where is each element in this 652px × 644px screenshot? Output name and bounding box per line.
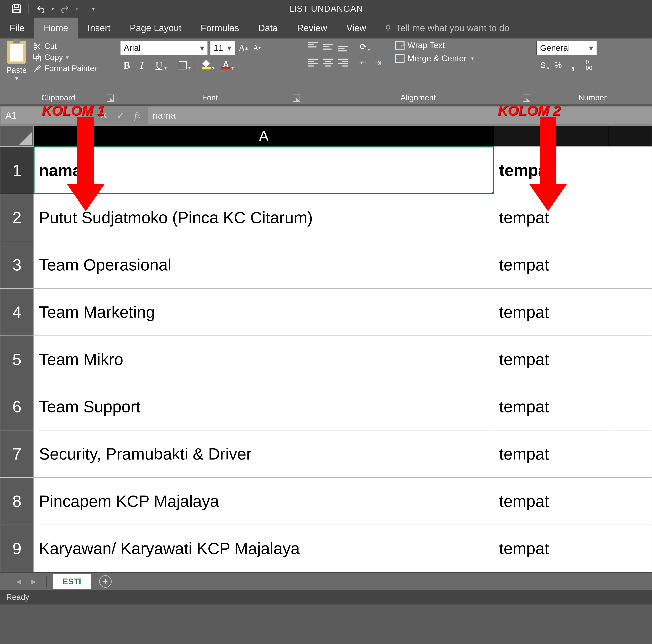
cell[interactable]: Putut Sudjatmoko (Pinca KC Citarum) — [34, 194, 494, 241]
italic-button[interactable]: I — [135, 59, 148, 72]
row-header[interactable]: 4 — [0, 289, 34, 336]
cell[interactable]: tempat — [494, 525, 609, 572]
name-box-dropdown-icon[interactable]: ⁞▾ — [85, 107, 96, 124]
border-button[interactable] — [174, 59, 192, 72]
cell[interactable] — [609, 383, 652, 430]
cell[interactable]: tempat — [494, 146, 609, 194]
save-icon[interactable] — [11, 4, 22, 14]
cell[interactable]: tempat — [494, 430, 609, 478]
tab-home[interactable]: Home — [34, 18, 78, 38]
paste-button[interactable]: Paste ▾ — [3, 41, 30, 82]
formula-input[interactable]: nama — [148, 107, 652, 124]
cell[interactable]: tempat — [494, 289, 609, 336]
align-left-icon[interactable] — [306, 56, 320, 69]
underline-button[interactable]: U — [150, 59, 168, 72]
align-middle-icon[interactable] — [321, 41, 335, 53]
cell[interactable] — [609, 525, 652, 572]
align-top-icon[interactable] — [306, 41, 320, 53]
chevron-down-icon[interactable]: ▾ — [471, 55, 474, 62]
row-header[interactable]: 2 — [0, 194, 34, 241]
cell[interactable] — [609, 241, 652, 289]
cell[interactable]: Pincapem KCP Majalaya — [34, 478, 494, 525]
align-bottom-icon[interactable] — [336, 41, 350, 53]
redo-dropdown-icon[interactable]: ▾ — [76, 6, 78, 12]
column-header-c[interactable] — [609, 126, 652, 146]
cell[interactable]: nama — [34, 146, 494, 194]
increase-decimal-icon[interactable]: .0.00 — [581, 59, 595, 71]
select-all-corner[interactable] — [0, 126, 34, 146]
increase-font-icon[interactable]: A▴ — [237, 42, 249, 54]
row-header[interactable]: 8 — [0, 478, 34, 525]
row-header[interactable]: 7 — [0, 430, 34, 478]
cell[interactable]: Team Operasional — [34, 241, 494, 289]
cell[interactable]: Team Marketing — [34, 289, 494, 336]
cell[interactable] — [609, 478, 652, 525]
comma-format-icon[interactable]: , — [566, 59, 580, 71]
cell[interactable]: Team Mikro — [34, 336, 494, 383]
tab-data[interactable]: Data — [249, 18, 288, 38]
cell[interactable]: tempat — [494, 241, 609, 289]
font-size-combo[interactable]: 11▾ — [210, 41, 235, 55]
number-format-combo[interactable]: General▾ — [536, 41, 597, 55]
percent-format-icon[interactable]: % — [551, 59, 565, 71]
cell[interactable]: tempat — [494, 478, 609, 525]
merge-center-button[interactable]: Merge & Center ▾ — [395, 54, 474, 63]
tab-page-layout[interactable]: Page Layout — [120, 18, 191, 38]
tab-formulas[interactable]: Formulas — [191, 18, 248, 38]
alignment-dialog-launcher-icon[interactable] — [523, 95, 530, 102]
name-box[interactable]: A1 — [1, 107, 85, 124]
fill-color-button[interactable] — [198, 59, 215, 72]
font-dialog-launcher-icon[interactable] — [293, 95, 300, 102]
cell[interactable] — [609, 146, 652, 194]
redo-icon[interactable] — [60, 4, 70, 14]
cell[interactable] — [609, 194, 652, 241]
accounting-format-icon[interactable]: $▾ — [536, 59, 550, 71]
align-right-icon[interactable] — [336, 56, 350, 69]
orientation-button[interactable]: ⟳ — [356, 41, 371, 53]
font-color-button[interactable]: A — [217, 59, 235, 72]
sheet-nav-next-icon[interactable]: ► — [27, 577, 40, 586]
column-header-b[interactable]: B — [494, 126, 609, 146]
row-header[interactable]: 1 — [0, 146, 34, 194]
tab-view[interactable]: View — [337, 18, 376, 38]
tab-insert[interactable]: Insert — [78, 18, 120, 38]
decrease-indent-icon[interactable]: ⇤ — [356, 56, 370, 69]
cell[interactable] — [609, 336, 652, 383]
increase-indent-icon[interactable]: ⇥ — [371, 56, 384, 69]
undo-dropdown-icon[interactable]: ▾ — [51, 6, 54, 12]
row-header[interactable]: 5 — [0, 336, 34, 383]
cell[interactable]: Security, Pramubakti & Driver — [34, 430, 494, 478]
qat-customize-icon[interactable]: ▾ — [92, 6, 95, 12]
add-sheet-icon[interactable]: + — [99, 575, 112, 588]
column-header-a[interactable]: A — [34, 126, 494, 146]
format-painter-button[interactable]: Format Painter — [33, 64, 97, 73]
cell[interactable]: Karyawan/ Karyawati KCP Majalaya — [34, 525, 494, 572]
row-header[interactable]: 9 — [0, 525, 34, 572]
cell[interactable]: Team Support — [34, 383, 494, 430]
tab-file[interactable]: File — [0, 18, 34, 38]
copy-button[interactable]: Copy ▾ — [33, 53, 97, 62]
cell[interactable]: tempat — [494, 194, 609, 241]
cell[interactable] — [609, 289, 652, 336]
tell-me-search[interactable]: Tell me what you want to do — [376, 18, 510, 38]
tab-review[interactable]: Review — [288, 18, 337, 38]
row-header[interactable]: 6 — [0, 383, 34, 430]
enter-formula-icon[interactable]: ✓ — [112, 107, 129, 124]
sheet-tab-active[interactable]: ESTI — [53, 574, 91, 589]
paste-dropdown-icon[interactable]: ▾ — [15, 75, 18, 82]
insert-function-icon[interactable]: fx — [129, 107, 145, 124]
clipboard-dialog-launcher-icon[interactable] — [107, 95, 114, 102]
bold-button[interactable]: B — [120, 59, 133, 72]
font-name-combo[interactable]: Arial▾ — [120, 41, 208, 55]
cancel-formula-icon[interactable]: ✕ — [96, 107, 112, 124]
row-header[interactable]: 3 — [0, 241, 34, 289]
decrease-font-icon[interactable]: A▾ — [251, 42, 263, 54]
cell[interactable] — [609, 430, 652, 478]
cell[interactable]: tempat — [494, 383, 609, 430]
cut-button[interactable]: Cut — [33, 42, 97, 51]
align-center-icon[interactable] — [321, 56, 335, 69]
cell[interactable]: tempat — [494, 336, 609, 383]
sheet-nav-prev-icon[interactable]: ◄ — [12, 577, 25, 586]
wrap-text-button[interactable]: Wrap Text — [395, 41, 474, 50]
copy-dropdown-icon[interactable]: ▾ — [66, 54, 69, 61]
